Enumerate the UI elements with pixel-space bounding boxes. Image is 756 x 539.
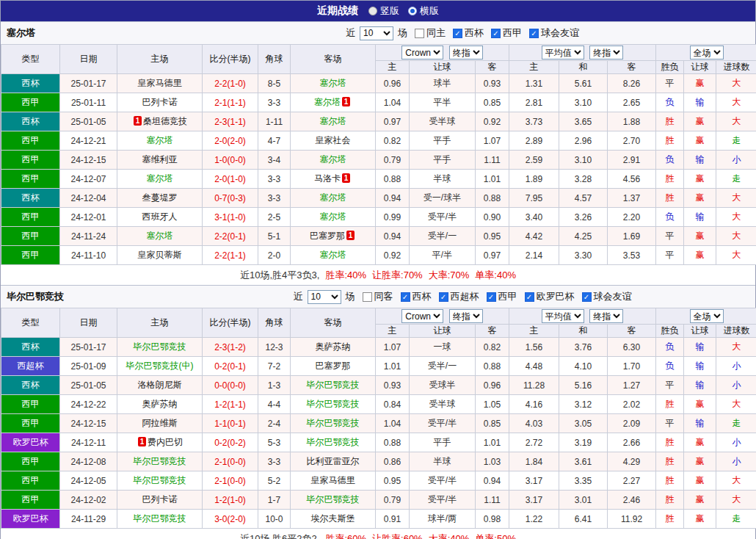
avg-home-odds: 2.81 [509,93,559,112]
team-link[interactable]: 比利亚雷亚尔 [307,456,360,466]
view-option-unselected[interactable]: 竖版 [368,4,399,18]
filter-checkbox-label: 西杯 [465,26,484,40]
team-link[interactable]: 毕尔巴鄂竞技 [134,475,186,485]
average-select[interactable]: 平均值 [542,46,584,59]
handicap-away-odds: 1.01 [476,433,509,452]
avg-draw-odds: 3.10 [559,93,608,112]
team-link[interactable]: 塞尔塔 [320,116,346,126]
team-link[interactable]: 塞尔塔 [147,173,173,184]
match-date: 24-12-22 [60,395,117,414]
checkbox-unchecked-icon[interactable] [363,292,372,302]
team-link[interactable]: 巴列卡诺 [142,97,178,107]
team-link[interactable]: 阿拉维斯 [142,418,178,428]
team-link[interactable]: 塞尔塔 [320,78,346,88]
filter-checkbox-西杯[interactable]: ✓西杯 [401,290,432,303]
avg-home-odds: 3.17 [509,491,559,510]
team-link[interactable]: 奥萨苏纳 [142,399,178,409]
team-link[interactable]: 塞尔塔 [147,135,173,145]
handicap-away-odds: 0.98 [476,510,509,529]
bookmaker-select[interactable]: Crown [401,46,443,59]
team-link[interactable]: 塞维利亚 [142,154,178,164]
filter-checkbox-同主[interactable]: 同主 [415,26,446,40]
average-select[interactable]: 平均值 [542,309,584,323]
match-row: 西甲24-12-15阿拉维斯1-1(0-1)2-4毕尔巴鄂竞技1.04受平/半0… [1,414,756,433]
team-link[interactable]: 西班牙人 [142,211,178,222]
competition-type-badge: 西杯 [1,112,60,131]
view-option-selected[interactable]: 横版 [408,4,439,18]
team-link[interactable]: 桑坦德竞技 [143,116,187,126]
team-link[interactable]: 巴塞罗那 [316,361,351,371]
odds-stage-select-2[interactable]: 终指 [589,309,623,323]
team-link[interactable]: 毕尔巴鄂竞技 [134,456,186,466]
score-halftime: 2-0(2-0) [203,131,258,151]
team-link[interactable]: 巴塞罗那 [310,231,345,241]
checkbox-checked-icon[interactable]: ✓ [439,292,448,302]
checkbox-unchecked-icon[interactable] [415,29,424,38]
filter-checkbox-西超杯[interactable]: ✓西超杯 [439,290,479,303]
team-link[interactable]: 毕尔巴鄂竞技 [307,399,360,409]
team-link[interactable]: 毕尔巴鄂竞技 [307,418,360,428]
team-link[interactable]: 毕尔巴鄂竞技 [307,494,360,504]
odds-stage-select-1[interactable]: 终指 [449,46,483,59]
checkbox-checked-icon[interactable]: ✓ [401,292,410,302]
team-link[interactable]: 费内巴切 [148,437,183,447]
corner-count: 3-3 [258,93,291,112]
checkbox-checked-icon[interactable]: ✓ [582,292,592,302]
result-goals: 大 [716,74,756,93]
filter-checkbox-球会友谊[interactable]: ✓球会友谊 [582,290,632,303]
team-link[interactable]: 毕尔巴鄂竞技 [134,341,186,352]
odds-stage-select-2[interactable]: 终指 [589,46,623,59]
filter-checkbox-欧罗巴杯[interactable]: ✓欧罗巴杯 [525,290,575,303]
team-link[interactable]: 皇家社会 [316,135,351,145]
match-row: 西杯25-01-17毕尔巴鄂竞技2-3(1-2)12-3奥萨苏纳1.07一球0.… [1,338,756,357]
away-team: 巴塞罗那1 [291,227,376,246]
bookmaker-select[interactable]: Crown [401,309,443,323]
scope-select[interactable]: 全场 [690,46,724,59]
team-link[interactable]: 皇家马德里 [311,475,355,485]
team-link[interactable]: 毕尔巴鄂竞技 [134,513,186,524]
filter-checkbox-同客[interactable]: 同客 [363,290,393,303]
result-handicap: 输 [684,151,716,170]
match-count-select[interactable]: 10 [308,290,341,304]
home-team: 阿拉维斯 [117,414,203,433]
filter-checkbox-西甲[interactable]: ✓西甲 [487,290,517,303]
scope-select[interactable]: 全场 [690,309,724,323]
match-row: 西甲24-11-24塞尔塔2-2(0-1)5-1巴塞罗那10.94受半/一0.9… [1,227,756,246]
team-link[interactable]: 巴列卡诺 [142,494,178,504]
team-link[interactable]: 塞尔塔 [320,250,346,260]
home-team: 皇家贝蒂斯 [117,246,203,265]
team-link[interactable]: 毕尔巴鄂竞技 [307,380,360,390]
team-link[interactable]: 毕尔巴鄂竞技 [307,437,360,447]
competition-type-badge: 西甲 [1,414,60,433]
team-link[interactable]: 马洛卡 [314,173,341,184]
odds-stage-select-1[interactable]: 终指 [449,309,483,323]
handicap-home-odds: 0.82 [376,131,410,151]
result-goals: 走 [716,170,756,189]
filter-checkbox-球会友谊[interactable]: ✓球会友谊 [529,26,579,40]
team-link[interactable]: 塞尔塔 [314,97,341,107]
away-team: 毕尔巴鄂竞技 [291,433,376,452]
team-link[interactable]: 皇家马德里 [138,78,182,88]
checkbox-checked-icon[interactable]: ✓ [453,29,462,38]
radio-icon[interactable] [408,7,417,15]
team-link[interactable]: 毕尔巴鄂竞技(中) [126,361,194,371]
checkbox-checked-icon[interactable]: ✓ [525,292,534,302]
match-count-select[interactable]: 10 [360,26,393,40]
team-link[interactable]: 塞尔塔 [320,211,346,222]
team-link[interactable]: 皇家贝蒂斯 [138,250,182,260]
team-link[interactable]: 塞尔塔 [147,231,173,241]
filter-checkbox-西甲[interactable]: ✓西甲 [491,26,522,40]
checkbox-checked-icon[interactable]: ✓ [487,292,496,302]
competition-type-badge: 西杯 [1,74,60,93]
team-link[interactable]: 埃尔夫斯堡 [311,513,355,524]
team-link[interactable]: 奥萨苏纳 [316,341,351,352]
team-link[interactable]: 洛格朗尼斯 [138,380,182,390]
team-link[interactable]: 叁蔓堤罗 [142,192,178,203]
team-link[interactable]: 塞尔塔 [320,154,346,164]
filter-checkbox-西杯[interactable]: ✓西杯 [453,26,484,40]
competition-type-badge: 西甲 [1,131,60,151]
checkbox-checked-icon[interactable]: ✓ [529,29,539,38]
radio-icon[interactable] [368,7,377,15]
team-link[interactable]: 塞尔塔 [320,192,346,203]
checkbox-checked-icon[interactable]: ✓ [491,29,501,38]
